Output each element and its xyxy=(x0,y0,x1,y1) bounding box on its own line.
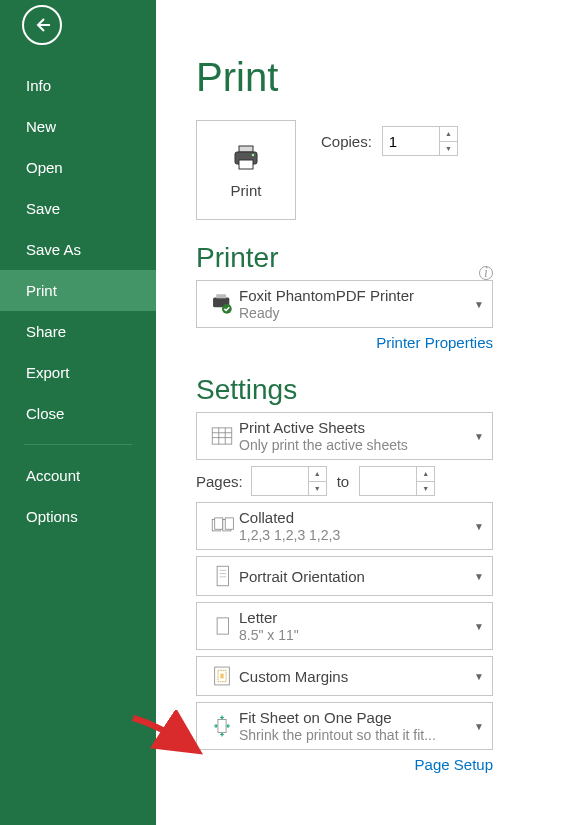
sidebar-label: Save xyxy=(26,200,60,217)
sidebar-label: Account xyxy=(26,467,80,484)
printer-icon xyxy=(230,142,262,174)
print-what-dropdown[interactable]: Print Active Sheets Only print the activ… xyxy=(196,412,493,460)
collated-icon xyxy=(209,513,235,539)
printer-dropdown[interactable]: Foxit PhantomPDF Printer Ready ▼ xyxy=(196,280,493,328)
svg-rect-3 xyxy=(239,160,253,169)
svg-rect-17 xyxy=(217,566,228,586)
settings-stack: Print Active Sheets Only print the activ… xyxy=(196,412,573,774)
svg-rect-6 xyxy=(216,294,226,298)
print-button-label: Print xyxy=(231,182,262,199)
paper-desc: 8.5" x 11" xyxy=(239,627,474,643)
copies-spinner[interactable]: ▲ ▼ xyxy=(382,126,458,156)
sidebar-item-options[interactable]: Options xyxy=(0,496,156,537)
copies-row: Copies: ▲ ▼ xyxy=(321,126,458,156)
collation-dropdown[interactable]: Collated 1,2,3 1,2,3 1,2,3 ▼ xyxy=(196,502,493,550)
svg-rect-1 xyxy=(239,146,253,152)
sidebar-label: Close xyxy=(26,405,64,422)
spin-up-icon[interactable]: ▲ xyxy=(440,127,457,142)
spin-up-icon[interactable]: ▲ xyxy=(309,467,326,482)
pages-from-input[interactable] xyxy=(252,467,304,495)
svg-rect-8 xyxy=(212,428,232,444)
copies-label: Copies: xyxy=(321,133,372,150)
pages-to-label: to xyxy=(333,473,354,490)
sidebar-label: Options xyxy=(26,508,78,525)
sidebar-item-export[interactable]: Export xyxy=(0,352,156,393)
sidebar-item-info[interactable]: Info xyxy=(0,65,156,106)
sidebar-item-save[interactable]: Save xyxy=(0,188,156,229)
scaling-label: Fit Sheet on One Page xyxy=(239,709,474,726)
paper-icon xyxy=(209,613,235,639)
paper-size-dropdown[interactable]: Letter 8.5" x 11" ▼ xyxy=(196,602,493,650)
printer-name: Foxit PhantomPDF Printer xyxy=(239,287,474,304)
chevron-down-icon: ▼ xyxy=(474,721,484,732)
print-action-row: Print Copies: ▲ ▼ xyxy=(196,120,573,220)
sidebar-item-print[interactable]: Print xyxy=(0,270,156,311)
page-title: Print xyxy=(196,55,573,100)
copies-input[interactable] xyxy=(383,133,433,150)
paper-label: Letter xyxy=(239,609,474,626)
collation-desc: 1,2,3 1,2,3 1,2,3 xyxy=(239,527,474,543)
info-icon[interactable]: i xyxy=(479,266,493,280)
chevron-down-icon: ▼ xyxy=(474,571,484,582)
printer-status: Ready xyxy=(239,305,474,321)
spin-down-icon[interactable]: ▼ xyxy=(440,142,457,156)
margins-icon xyxy=(209,663,235,689)
printer-status-icon xyxy=(209,291,235,317)
orientation-dropdown[interactable]: Portrait Orientation ▼ xyxy=(196,556,493,596)
spin-up-icon[interactable]: ▲ xyxy=(417,467,434,482)
print-what-label: Print Active Sheets xyxy=(239,419,474,436)
svg-rect-14 xyxy=(215,518,223,529)
sidebar-item-open[interactable]: Open xyxy=(0,147,156,188)
sidebar-item-close[interactable]: Close xyxy=(0,393,156,434)
chevron-down-icon: ▼ xyxy=(474,671,484,682)
arrow-left-icon xyxy=(32,15,52,35)
svg-rect-25 xyxy=(218,720,226,733)
printer-section-title: Printer xyxy=(196,242,278,274)
sidebar-separator xyxy=(24,444,132,445)
sidebar-item-new[interactable]: New xyxy=(0,106,156,147)
print-panel: Print Print Copies: ▲ ▼ Printer i xyxy=(156,0,573,825)
active-sheets-icon xyxy=(209,423,235,449)
pages-label: Pages: xyxy=(196,473,243,490)
spin-down-icon[interactable]: ▼ xyxy=(417,482,434,496)
spin-down-icon[interactable]: ▼ xyxy=(309,482,326,496)
printer-properties-link[interactable]: Printer Properties xyxy=(376,334,493,351)
print-what-desc: Only print the active sheets xyxy=(239,437,474,453)
scaling-dropdown[interactable]: Fit Sheet on One Page Shrink the printou… xyxy=(196,702,493,750)
svg-rect-24 xyxy=(220,674,223,679)
fit-to-page-icon xyxy=(209,713,235,739)
sidebar-label: Info xyxy=(26,77,51,94)
sidebar-label: Open xyxy=(26,159,63,176)
chevron-down-icon: ▼ xyxy=(474,521,484,532)
settings-section-title: Settings xyxy=(196,374,573,406)
svg-point-4 xyxy=(252,153,254,155)
sidebar-item-save-as[interactable]: Save As xyxy=(0,229,156,270)
pages-to-input[interactable] xyxy=(360,467,412,495)
svg-rect-21 xyxy=(217,618,228,634)
chevron-down-icon: ▼ xyxy=(474,299,484,310)
margins-dropdown[interactable]: Custom Margins ▼ xyxy=(196,656,493,696)
portrait-icon xyxy=(209,563,235,589)
margins-label: Custom Margins xyxy=(239,668,474,685)
collation-label: Collated xyxy=(239,509,474,526)
svg-rect-16 xyxy=(225,518,233,529)
orientation-label: Portrait Orientation xyxy=(239,568,474,585)
sidebar-label: Print xyxy=(26,282,57,299)
page-setup-link[interactable]: Page Setup xyxy=(415,756,493,773)
sidebar-label: Export xyxy=(26,364,69,381)
sidebar-label: Share xyxy=(26,323,66,340)
back-button[interactable] xyxy=(22,5,62,45)
sidebar-label: New xyxy=(26,118,56,135)
sidebar-item-account[interactable]: Account xyxy=(0,455,156,496)
pages-row: Pages: ▲▼ to ▲▼ xyxy=(196,466,493,496)
print-button[interactable]: Print xyxy=(196,120,296,220)
backstage-sidebar: Info New Open Save Save As Print Share E… xyxy=(0,0,156,825)
pages-to-spinner[interactable]: ▲▼ xyxy=(359,466,435,496)
scaling-desc: Shrink the printout so that it fit... xyxy=(239,727,474,743)
chevron-down-icon: ▼ xyxy=(474,431,484,442)
sidebar-label: Save As xyxy=(26,241,81,258)
chevron-down-icon: ▼ xyxy=(474,621,484,632)
sidebar-item-share[interactable]: Share xyxy=(0,311,156,352)
pages-from-spinner[interactable]: ▲▼ xyxy=(251,466,327,496)
